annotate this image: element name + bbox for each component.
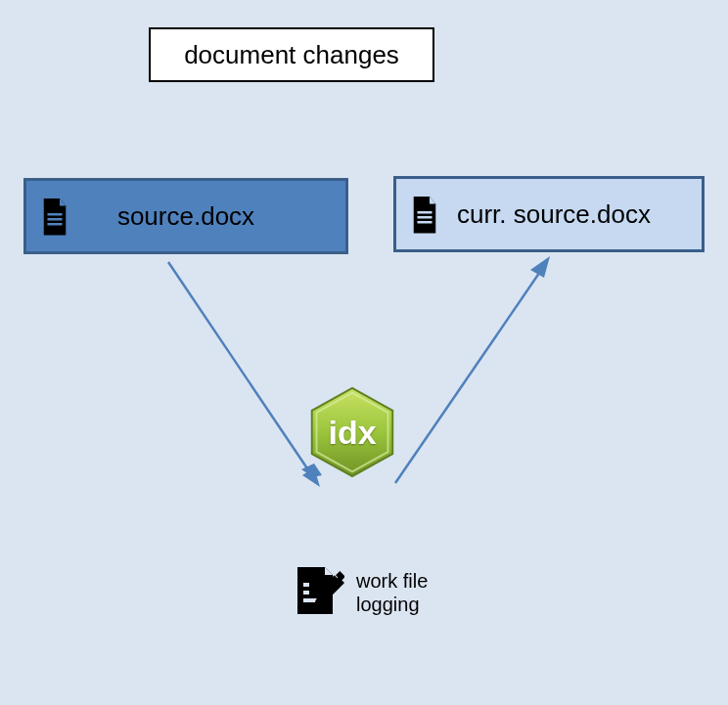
- edit-document-icon: [290, 563, 344, 618]
- svg-rect-5: [418, 221, 432, 224]
- title-box: document changes: [149, 27, 434, 82]
- svg-rect-13: [303, 583, 309, 587]
- current-source-box: curr. source.docx: [393, 176, 705, 252]
- svg-rect-4: [418, 216, 432, 219]
- svg-rect-14: [303, 591, 309, 595]
- source-label: source.docx: [117, 201, 254, 232]
- work-file-line2: logging: [356, 593, 428, 616]
- document-icon: [40, 198, 69, 234]
- svg-marker-10: [530, 256, 550, 278]
- source-box: source.docx: [23, 178, 348, 254]
- svg-rect-0: [48, 213, 63, 216]
- work-file-line1: work file: [356, 569, 428, 593]
- document-icon: [410, 197, 439, 232]
- svg-rect-1: [48, 218, 63, 221]
- svg-line-6: [168, 262, 313, 477]
- svg-rect-3: [418, 211, 432, 214]
- title-text: document changes: [184, 40, 399, 70]
- svg-rect-2: [48, 223, 63, 226]
- idx-badge-label: idx: [328, 414, 376, 452]
- current-source-label: curr. source.docx: [457, 199, 651, 230]
- idx-badge: idx: [305, 385, 399, 479]
- svg-line-9: [395, 266, 544, 483]
- work-file-logging-label: work file logging: [356, 569, 428, 616]
- arrow-up-icon: [395, 256, 550, 483]
- svg-rect-15: [303, 598, 317, 602]
- arrow-down-icon: [168, 262, 322, 487]
